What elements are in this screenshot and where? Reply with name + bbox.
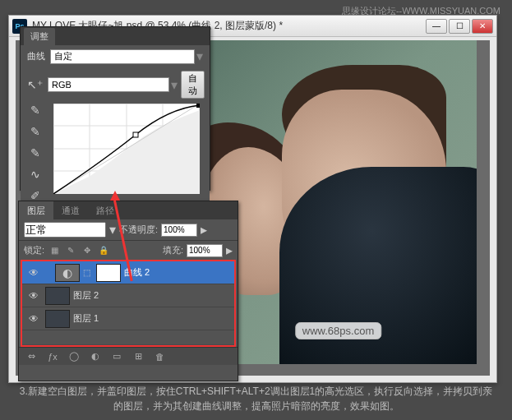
- svg-rect-8: [133, 132, 138, 137]
- group-icon[interactable]: ▭: [109, 351, 124, 362]
- curve-point-icon[interactable]: ∿: [25, 166, 45, 182]
- lock-pixels-icon[interactable]: ✎: [64, 244, 77, 257]
- fill-label: 填充:: [163, 244, 183, 256]
- new-layer-icon[interactable]: ⊞: [131, 351, 145, 362]
- mask-thumb[interactable]: [96, 264, 121, 282]
- lock-transparent-icon[interactable]: ▦: [48, 244, 61, 257]
- layers-panel: 图层 通道 路径 ▾ 不透明度: ▸ 锁定: ▦ ✎ ✥ 🔒 填充: ▸ 👁 ◐…: [18, 201, 238, 381]
- dropdown-icon[interactable]: ▾: [109, 222, 116, 238]
- visibility-icon[interactable]: 👁: [25, 313, 42, 325]
- minimize-button[interactable]: —: [426, 19, 447, 34]
- close-button[interactable]: ✕: [472, 19, 493, 34]
- curves-type-label: 曲线: [27, 50, 45, 62]
- lock-all-icon[interactable]: 🔒: [97, 244, 110, 257]
- url-watermark: www.68ps.com: [295, 322, 381, 339]
- layer-name[interactable]: 图层 2: [73, 289, 99, 302]
- adjustments-tab[interactable]: 调整: [24, 28, 55, 45]
- eyedropper-white-icon[interactable]: ✎: [25, 145, 45, 161]
- dropdown-icon[interactable]: ▾: [196, 48, 203, 64]
- layer-name[interactable]: 图层 1: [73, 312, 99, 325]
- annotation-arrow-icon: [110, 191, 120, 201]
- curves-graph[interactable]: [53, 104, 200, 194]
- fx-icon[interactable]: ƒx: [45, 352, 60, 362]
- adjustments-panel: 调整 曲线 ▾ ↖⁺ ▾ 自动 ✎ ✎ ✎ ∿ ✐: [20, 26, 210, 191]
- site-watermark: 思缘设计论坛--WWW.MISSYUAN.COM: [342, 5, 500, 17]
- visibility-icon[interactable]: 👁: [25, 290, 42, 302]
- visibility-icon[interactable]: 👁: [25, 267, 42, 279]
- target-adjust-icon[interactable]: ↖⁺: [27, 76, 43, 93]
- tab-layers[interactable]: 图层: [19, 201, 53, 219]
- svg-rect-9: [196, 104, 200, 108]
- tutorial-caption: 3.新建空白图层，并盖印图层，按住CTRL+SHIFT+ALT+2调出图层1的高…: [0, 381, 512, 417]
- curves-svg: [53, 104, 200, 194]
- channel-select[interactable]: [48, 77, 169, 92]
- layer-row[interactable]: 👁 图层 2: [22, 284, 234, 307]
- lock-label: 锁定:: [24, 244, 44, 256]
- adjustment-layer-icon[interactable]: ◐: [88, 351, 103, 362]
- layers-footer: ⇔ ƒx ◯ ◐ ▭ ⊞ 🗑: [19, 347, 238, 365]
- trash-icon[interactable]: 🗑: [152, 352, 167, 362]
- eyedropper-black-icon[interactable]: ✎: [25, 102, 45, 118]
- auto-button[interactable]: 自动: [181, 71, 205, 99]
- dropdown-icon[interactable]: ▸: [201, 222, 207, 238]
- photo-content: www.68ps.com: [200, 40, 477, 364]
- lock-position-icon[interactable]: ✥: [81, 244, 94, 257]
- adjustment-thumb[interactable]: ◐: [55, 264, 80, 282]
- blend-mode-select[interactable]: [24, 222, 106, 238]
- document-canvas[interactable]: www.68ps.com: [200, 40, 477, 364]
- layer-thumb[interactable]: [45, 310, 70, 328]
- layer-thumb[interactable]: [45, 287, 70, 305]
- mask-icon[interactable]: ◯: [67, 351, 81, 362]
- link-layers-icon[interactable]: ⇔: [24, 351, 39, 362]
- layer-row[interactable]: 👁 图层 1: [22, 307, 234, 330]
- eyedropper-gray-icon[interactable]: ✎: [25, 123, 45, 140]
- tab-channels[interactable]: 通道: [53, 201, 88, 219]
- curves-preset-select[interactable]: [50, 49, 195, 64]
- dropdown-icon[interactable]: ▸: [226, 242, 233, 258]
- maximize-button[interactable]: ☐: [449, 19, 470, 34]
- layer-row[interactable]: [22, 330, 234, 345]
- fill-input[interactable]: [187, 244, 223, 257]
- mask-link-icon[interactable]: ⬚: [83, 268, 93, 277]
- dropdown-icon[interactable]: ▾: [171, 77, 178, 93]
- opacity-label: 不透明度:: [119, 224, 158, 236]
- opacity-input[interactable]: [161, 224, 197, 237]
